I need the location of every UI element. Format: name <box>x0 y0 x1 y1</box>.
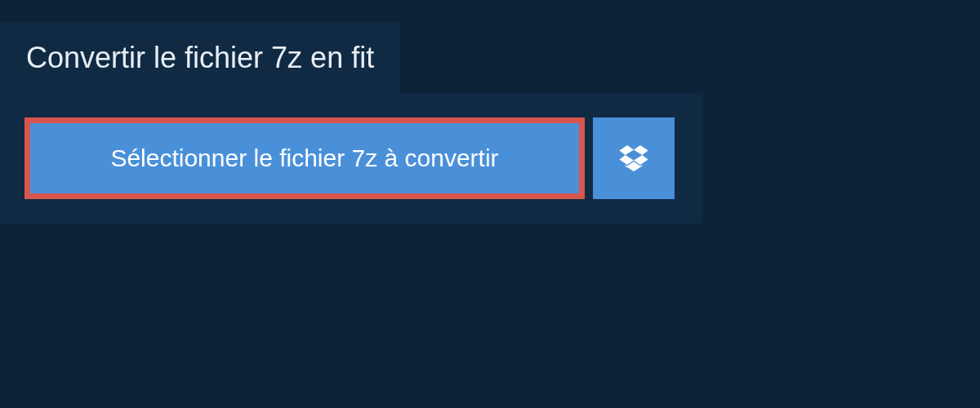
select-file-button[interactable]: Sélectionner le fichier 7z à convertir <box>24 118 585 199</box>
select-file-label: Sélectionner le fichier 7z à convertir <box>110 144 498 172</box>
upload-panel: Sélectionner le fichier 7z à convertir <box>0 93 702 224</box>
dropbox-button[interactable] <box>593 118 675 199</box>
page-title: Convertir le fichier 7z en fit <box>26 41 374 75</box>
button-row: Sélectionner le fichier 7z à convertir <box>24 118 678 199</box>
tab-header: Convertir le fichier 7z en fit <box>0 23 400 93</box>
dropbox-icon <box>617 142 650 175</box>
